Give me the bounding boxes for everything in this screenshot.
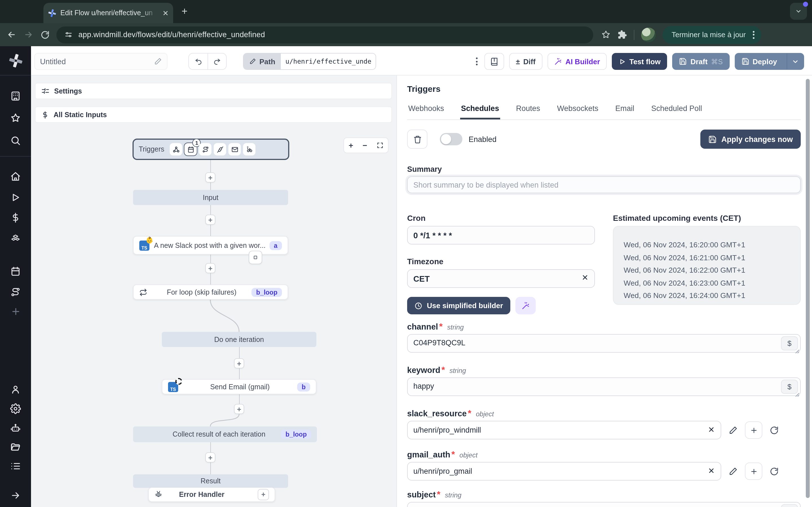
sidebar-expand-button[interactable]: [0, 490, 31, 501]
add-step-button[interactable]: +: [234, 358, 244, 369]
sidebar-add-button[interactable]: [0, 306, 31, 317]
scheduled-poll-trigger-icon[interactable]: [243, 143, 256, 156]
clear-resource-icon[interactable]: [708, 426, 715, 433]
browser-menu-icon[interactable]: [753, 31, 754, 39]
sidebar-item-workspace[interactable]: [0, 91, 31, 101]
resize-handle[interactable]: [795, 393, 800, 397]
enabled-toggle[interactable]: [440, 133, 462, 145]
bookmark-star-icon[interactable]: [601, 30, 611, 40]
summary-input[interactable]: [407, 176, 801, 193]
browser-tab[interactable]: Edit Flow u/henri/effective_un ✕: [43, 3, 173, 23]
fit-view-button[interactable]: [376, 142, 383, 149]
result-node[interactable]: Result: [133, 474, 288, 488]
email-step-node[interactable]: TS Send Email (gmail) b: [162, 379, 316, 394]
collect-result-node[interactable]: Collect result of each iteration b_loop: [133, 427, 317, 442]
sidebar-item-search[interactable]: [0, 135, 31, 146]
back-button[interactable]: [6, 30, 17, 40]
new-tab-button[interactable]: +: [182, 6, 188, 17]
variable-picker-button[interactable]: $: [781, 380, 798, 394]
route-trigger-icon[interactable]: [199, 143, 212, 156]
add-step-button[interactable]: +: [234, 404, 244, 414]
sidebar-item-variables[interactable]: [0, 212, 31, 223]
use-simplified-builder-button[interactable]: Use simplified builder: [407, 297, 510, 314]
triggers-node[interactable]: Triggers 1: [133, 138, 289, 160]
edit-resource-button[interactable]: [728, 426, 738, 435]
zoom-out-button[interactable]: −: [363, 141, 367, 150]
site-info-icon[interactable]: [64, 31, 73, 39]
schedule-trigger-icon[interactable]: 1: [185, 143, 197, 156]
draft-button[interactable]: Draft ⌘S: [672, 53, 729, 70]
add-error-handler-button[interactable]: +: [258, 489, 269, 500]
ai-cron-button[interactable]: [515, 297, 536, 314]
sidebar-item-settings[interactable]: [0, 403, 31, 414]
sidebar-item-users[interactable]: [0, 384, 31, 395]
chrome-update-button[interactable]: Terminer la mise à jour: [663, 25, 761, 44]
cron-input[interactable]: [407, 226, 595, 244]
tab-webhooks[interactable]: Webhooks: [407, 104, 445, 119]
do-one-iteration-node[interactable]: Do one iteration: [162, 332, 316, 347]
sidebar-item-home[interactable]: [0, 171, 31, 182]
flow-canvas[interactable]: Settings All Static Inputs Triggers: [31, 75, 396, 507]
extensions-icon[interactable]: [617, 30, 627, 40]
sidebar-item-runs[interactable]: [0, 192, 31, 203]
path-edit-button[interactable]: Path: [244, 54, 281, 69]
sidebar-item-ai[interactable]: [0, 423, 31, 434]
webhook-trigger-icon[interactable]: [170, 143, 183, 156]
avatar[interactable]: [641, 27, 656, 42]
input-node[interactable]: Input: [133, 190, 288, 205]
slack-resource-input[interactable]: [407, 421, 721, 439]
slack-step-node[interactable]: TS👶 A new Slack post with a given wor...…: [133, 236, 288, 255]
undo-button[interactable]: [189, 54, 207, 69]
delete-schedule-button[interactable]: [407, 129, 427, 149]
sidebar-item-logs[interactable]: [0, 461, 31, 471]
panel-scrollbar[interactable]: [806, 79, 810, 498]
ai-builder-button[interactable]: AI Builder: [547, 53, 607, 70]
path-input[interactable]: [281, 54, 375, 69]
add-step-button[interactable]: +: [205, 215, 215, 225]
forward-button[interactable]: [22, 30, 34, 40]
variable-picker-button[interactable]: $: [781, 336, 798, 350]
resize-handle[interactable]: [795, 349, 800, 354]
reload-button[interactable]: [40, 30, 51, 39]
sidebar-item-resources[interactable]: [0, 233, 31, 243]
windmill-logo-icon[interactable]: [0, 54, 31, 68]
stop-after-if-button[interactable]: [249, 251, 262, 264]
tab-routes[interactable]: Routes: [515, 104, 541, 119]
clear-resource-icon[interactable]: [708, 467, 715, 474]
sidebar-item-folders[interactable]: [0, 442, 31, 452]
sidebar-item-routes[interactable]: [0, 287, 31, 297]
add-resource-button[interactable]: [745, 462, 762, 480]
channel-input[interactable]: C04P9T8QC9L: [407, 334, 801, 353]
tab-close-icon[interactable]: ✕: [162, 9, 168, 17]
websocket-trigger-icon[interactable]: [214, 143, 226, 156]
refresh-resource-button[interactable]: [770, 426, 779, 435]
timezone-input[interactable]: [407, 269, 595, 288]
tab-scheduled-poll[interactable]: Scheduled Poll: [650, 104, 703, 119]
forloop-node[interactable]: For loop (skip failures) b_loop: [133, 284, 288, 300]
url-bar[interactable]: app.windmill.dev/flows/edit/u/henri/effe…: [56, 26, 593, 43]
edit-resource-button[interactable]: [728, 467, 738, 476]
browser-chevron-button[interactable]: [790, 3, 807, 20]
add-step-button[interactable]: +: [205, 452, 215, 462]
edit-pencil-icon[interactable]: [154, 57, 162, 65]
deploy-button[interactable]: Deploy: [735, 57, 783, 66]
tab-email[interactable]: Email: [614, 104, 636, 119]
more-options-icon[interactable]: [476, 57, 477, 65]
refresh-resource-button[interactable]: [770, 467, 779, 476]
tab-schedules[interactable]: Schedules: [460, 104, 500, 119]
zoom-in-button[interactable]: +: [349, 141, 353, 150]
clear-timezone-icon[interactable]: [581, 274, 589, 281]
diff-button[interactable]: ± Diff: [509, 53, 543, 70]
keyword-input[interactable]: happy: [407, 378, 801, 396]
error-handler-node[interactable]: Error Handler +: [148, 487, 275, 502]
sidebar-item-favorites[interactable]: [0, 113, 31, 123]
test-flow-button[interactable]: Test flow: [612, 53, 667, 70]
subject-input[interactable]: [407, 502, 801, 507]
sidebar-item-schedules[interactable]: [0, 266, 31, 277]
tab-websockets[interactable]: Websockets: [556, 104, 600, 119]
apply-changes-button[interactable]: Apply changes now: [700, 129, 801, 149]
gmail-auth-input[interactable]: [407, 462, 721, 481]
flow-name-input[interactable]: Untitled: [35, 53, 167, 70]
variable-picker-button[interactable]: $: [781, 504, 798, 507]
add-resource-button[interactable]: [745, 421, 762, 439]
